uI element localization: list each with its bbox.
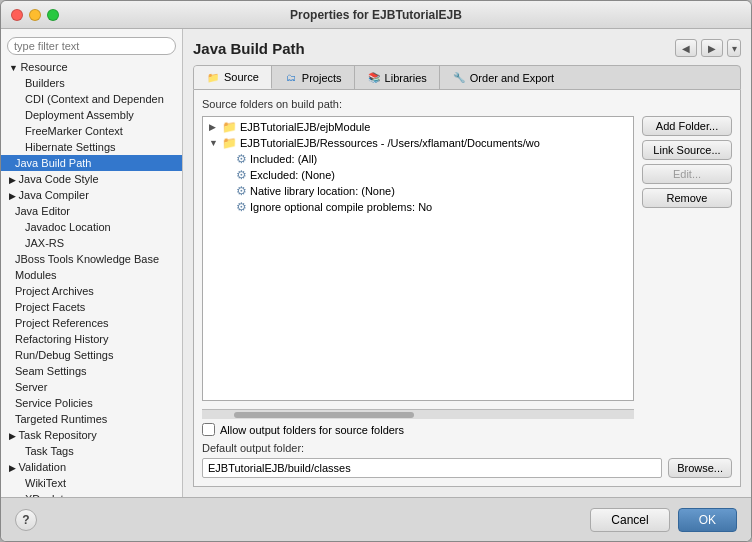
content-area: Resource Builders CDI (Context and Depen… bbox=[1, 29, 751, 497]
window-title: Properties for EJBTutorialEJB bbox=[290, 8, 462, 22]
properties-window: Properties for EJBTutorialEJB Resource B… bbox=[0, 0, 752, 542]
horizontal-scrollbar[interactable] bbox=[202, 409, 634, 419]
settings-icon-excluded: ⚙ bbox=[236, 168, 247, 182]
minimize-button[interactable] bbox=[29, 9, 41, 21]
settings-icon-native: ⚙ bbox=[236, 184, 247, 198]
footer: ? Cancel OK bbox=[1, 497, 751, 541]
tree-content: ▶ 📁 EJBTutorialEJB/ejbModule ▼ 📁 EJBTuto… bbox=[205, 119, 631, 398]
sidebar-item-java-build-path[interactable]: Java Build Path bbox=[1, 155, 182, 171]
expand-arrow-ressources: ▼ bbox=[209, 138, 219, 148]
tab-libraries-label: Libraries bbox=[385, 72, 427, 84]
tree-item-ejbmodule-label: EJBTutorialEJB/ejbModule bbox=[240, 121, 370, 133]
order-tab-icon: 🔧 bbox=[452, 71, 466, 85]
sidebar-item-seam[interactable]: Seam Settings bbox=[1, 363, 182, 379]
sidebar-item-cdi[interactable]: CDI (Context and Dependen bbox=[1, 91, 182, 107]
edit-button[interactable]: Edit... bbox=[642, 164, 732, 184]
close-button[interactable] bbox=[11, 9, 23, 21]
maximize-button[interactable] bbox=[47, 9, 59, 21]
sidebar-item-java-compiler[interactable]: Java Compiler bbox=[1, 187, 182, 203]
tab-source[interactable]: 📁 Source bbox=[194, 66, 272, 89]
panel-label: Source folders on build path: bbox=[202, 98, 732, 110]
allow-output-folders-label: Allow output folders for source folders bbox=[220, 424, 404, 436]
nav-dropdown-button[interactable]: ▾ bbox=[727, 39, 741, 57]
bottom-options: Allow output folders for source folders … bbox=[202, 423, 732, 478]
sidebar-item-run-debug[interactable]: Run/Debug Settings bbox=[1, 347, 182, 363]
tab-projects-label: Projects bbox=[302, 72, 342, 84]
sidebar-item-project-archives[interactable]: Project Archives bbox=[1, 283, 182, 299]
traffic-lights bbox=[11, 9, 59, 21]
tab-order[interactable]: 🔧 Order and Export bbox=[440, 66, 566, 89]
tab-order-label: Order and Export bbox=[470, 72, 554, 84]
cancel-button[interactable]: Cancel bbox=[590, 508, 669, 532]
remove-button[interactable]: Remove bbox=[642, 188, 732, 208]
link-source-button[interactable]: Link Source... bbox=[642, 140, 732, 160]
sidebar-item-wikitext[interactable]: WikiText bbox=[1, 475, 182, 491]
tab-projects[interactable]: 🗂 Projects bbox=[272, 66, 355, 89]
panel-body: Source folders on build path: ▶ 📁 EJBTut… bbox=[193, 90, 741, 487]
output-folder-row: Browse... bbox=[202, 458, 732, 478]
settings-icon-ignore: ⚙ bbox=[236, 200, 247, 214]
nav-forward-button[interactable]: ▶ bbox=[701, 39, 723, 57]
sidebar-item-freemarker[interactable]: FreeMarker Context bbox=[1, 123, 182, 139]
sidebar-item-jboss-tools[interactable]: JBoss Tools Knowledge Base bbox=[1, 251, 182, 267]
sidebar-item-targeted-runtimes[interactable]: Targeted Runtimes bbox=[1, 411, 182, 427]
sidebar-item-modules[interactable]: Modules bbox=[1, 267, 182, 283]
titlebar: Properties for EJBTutorialEJB bbox=[1, 1, 751, 29]
sidebar-item-builders[interactable]: Builders bbox=[1, 75, 182, 91]
sidebar-item-java-editor[interactable]: Java Editor bbox=[1, 203, 182, 219]
tabs-bar: 📁 Source 🗂 Projects 📚 Libraries 🔧 Order … bbox=[193, 65, 741, 90]
tree-item-included-label: Included: (All) bbox=[250, 153, 317, 165]
settings-icon-included: ⚙ bbox=[236, 152, 247, 166]
sidebar-item-deployment-assembly[interactable]: Deployment Assembly bbox=[1, 107, 182, 123]
scrollbar-thumb[interactable] bbox=[234, 412, 414, 418]
sidebar-item-refactoring[interactable]: Refactoring History bbox=[1, 331, 182, 347]
main-panel: Java Build Path ◀ ▶ ▾ 📁 Source 🗂 Project… bbox=[183, 29, 751, 497]
allow-output-folders-checkbox[interactable] bbox=[202, 423, 215, 436]
sidebar-item-project-facets[interactable]: Project Facets bbox=[1, 299, 182, 315]
folder-icon: 📁 bbox=[222, 120, 237, 134]
tree-item-native[interactable]: ⚙ Native library location: (None) bbox=[205, 183, 631, 199]
sidebar-item-task-repository[interactable]: Task Repository bbox=[1, 427, 182, 443]
sidebar-item-server[interactable]: Server bbox=[1, 379, 182, 395]
main-header: Java Build Path ◀ ▶ ▾ bbox=[193, 39, 741, 57]
source-tree[interactable]: ▶ 📁 EJBTutorialEJB/ejbModule ▼ 📁 EJBTuto… bbox=[202, 116, 634, 401]
add-folder-button[interactable]: Add Folder... bbox=[642, 116, 732, 136]
sidebar-item-validation[interactable]: Validation bbox=[1, 459, 182, 475]
tree-item-ressources-label: EJBTutorialEJB/Ressources - /Users/xflam… bbox=[240, 137, 540, 149]
tree-item-native-label: Native library location: (None) bbox=[250, 185, 395, 197]
tree-item-ejbmodule[interactable]: ▶ 📁 EJBTutorialEJB/ejbModule bbox=[205, 119, 631, 135]
filter-input[interactable] bbox=[7, 37, 176, 55]
tree-item-included[interactable]: ⚙ Included: (All) bbox=[205, 151, 631, 167]
action-buttons: Add Folder... Link Source... Edit... Rem… bbox=[642, 116, 732, 419]
tree-item-ressources[interactable]: ▼ 📁 EJBTutorialEJB/Ressources - /Users/x… bbox=[205, 135, 631, 151]
projects-tab-icon: 🗂 bbox=[284, 71, 298, 85]
folder-icon-2: 📁 bbox=[222, 136, 237, 150]
tab-libraries[interactable]: 📚 Libraries bbox=[355, 66, 440, 89]
browse-button[interactable]: Browse... bbox=[668, 458, 732, 478]
footer-buttons: Cancel OK bbox=[590, 508, 737, 532]
libraries-tab-icon: 📚 bbox=[367, 71, 381, 85]
sidebar-item-hibernate[interactable]: Hibernate Settings bbox=[1, 139, 182, 155]
nav-arrows: ◀ ▶ ▾ bbox=[675, 39, 741, 57]
output-folder-label: Default output folder: bbox=[202, 442, 732, 454]
tree-item-excluded-label: Excluded: (None) bbox=[250, 169, 335, 181]
nav-back-button[interactable]: ◀ bbox=[675, 39, 697, 57]
output-folder-input[interactable] bbox=[202, 458, 662, 478]
sidebar-item-resource[interactable]: Resource bbox=[1, 59, 182, 75]
sidebar-item-task-tags[interactable]: Task Tags bbox=[1, 443, 182, 459]
sidebar-item-javadoc[interactable]: Javadoc Location bbox=[1, 219, 182, 235]
sidebar-item-service-policies[interactable]: Service Policies bbox=[1, 395, 182, 411]
sidebar-item-jax-rs[interactable]: JAX-RS bbox=[1, 235, 182, 251]
expand-arrow-ejbmodule: ▶ bbox=[209, 122, 219, 132]
sidebar: Resource Builders CDI (Context and Depen… bbox=[1, 29, 183, 497]
ok-button[interactable]: OK bbox=[678, 508, 737, 532]
help-button[interactable]: ? bbox=[15, 509, 37, 531]
sidebar-item-project-references[interactable]: Project References bbox=[1, 315, 182, 331]
sidebar-item-java-code-style[interactable]: Java Code Style bbox=[1, 171, 182, 187]
tree-item-excluded[interactable]: ⚙ Excluded: (None) bbox=[205, 167, 631, 183]
tree-item-ignore-label: Ignore optional compile problems: No bbox=[250, 201, 432, 213]
allow-output-folders-row: Allow output folders for source folders bbox=[202, 423, 732, 436]
tree-item-ignore[interactable]: ⚙ Ignore optional compile problems: No bbox=[205, 199, 631, 215]
page-title: Java Build Path bbox=[193, 40, 305, 57]
tab-source-label: Source bbox=[224, 71, 259, 83]
